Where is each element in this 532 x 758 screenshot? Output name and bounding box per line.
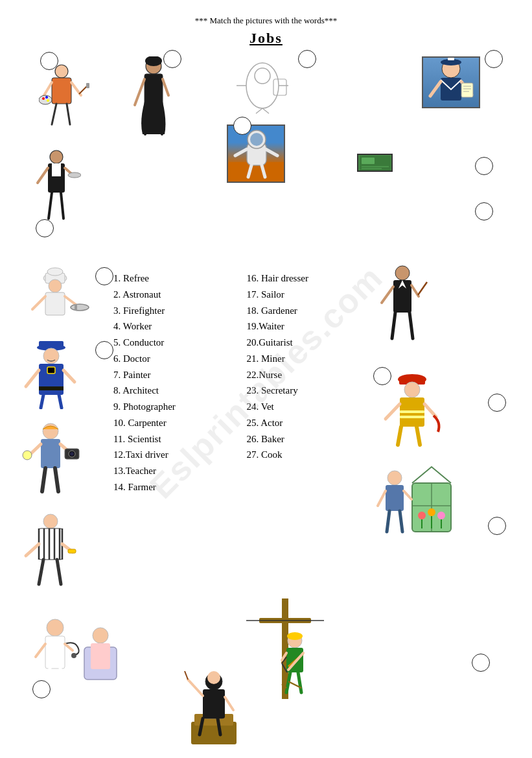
svg-line-165 <box>185 671 188 680</box>
svg-line-105 <box>392 313 395 338</box>
doctor-scene <box>32 608 123 689</box>
astronaut-moon-image <box>227 124 285 183</box>
screen-image <box>357 154 393 172</box>
svg-rect-111 <box>400 410 424 413</box>
svg-line-49 <box>235 149 247 156</box>
svg-line-155 <box>298 672 301 693</box>
svg-point-86 <box>43 514 58 528</box>
word-25: 25. Actor <box>247 415 374 431</box>
word-9: 9. Photographer <box>113 399 240 415</box>
svg-rect-87 <box>39 528 62 560</box>
svg-point-64 <box>71 304 89 311</box>
svg-line-50 <box>266 149 277 156</box>
photographer-image <box>19 421 110 502</box>
word-13: 13.Teacher <box>113 463 240 479</box>
svg-point-126 <box>387 471 402 485</box>
svg-line-106 <box>410 313 413 338</box>
svg-point-9 <box>47 99 49 102</box>
svg-point-133 <box>93 628 108 643</box>
word-19: 19.Waiter <box>247 318 374 335</box>
svg-line-4 <box>52 104 56 124</box>
word-col-left: 1. Refree 2. Astronaut 3. Firefighter 4.… <box>110 270 244 595</box>
svg-line-131 <box>400 511 402 532</box>
svg-rect-25 <box>273 79 286 95</box>
svg-line-104 <box>418 282 427 295</box>
svg-line-128 <box>378 491 386 506</box>
word-4: 4. Worker <box>113 318 240 335</box>
svg-point-80 <box>23 451 32 460</box>
word-22: 22.Nurse <box>247 367 374 383</box>
svg-line-96 <box>39 560 43 584</box>
svg-line-73 <box>64 370 75 382</box>
word-6: 6. Doctor <box>113 351 240 367</box>
svg-line-74 <box>41 395 43 408</box>
word-lists: 1. Refree 2. Astronaut 3. Firefighter 4.… <box>110 270 376 595</box>
svg-line-72 <box>26 370 39 386</box>
word-10: 10. Carpenter <box>113 415 240 431</box>
sailor-image <box>422 56 480 108</box>
word-8: 8. Architect <box>113 383 240 399</box>
top-pictures-section <box>19 53 513 261</box>
svg-rect-70 <box>47 367 55 373</box>
header-instruction: *** Match the pictures with the words*** <box>19 16 513 26</box>
circle-astro <box>298 50 316 68</box>
svg-rect-65 <box>75 304 77 311</box>
svg-line-130 <box>387 511 389 532</box>
circle-waiter-top <box>36 219 54 237</box>
svg-rect-77 <box>41 439 60 468</box>
painter-image <box>39 60 94 134</box>
svg-rect-136 <box>45 636 65 669</box>
svg-point-162 <box>207 671 220 684</box>
svg-point-135 <box>47 619 64 636</box>
svg-rect-1 <box>52 78 71 104</box>
conductor-figure <box>376 264 513 351</box>
svg-line-166 <box>225 697 233 710</box>
svg-point-137 <box>71 653 76 658</box>
referee-image <box>19 512 110 592</box>
svg-point-0 <box>55 65 68 78</box>
svg-rect-39 <box>52 163 61 176</box>
circle-sailor <box>485 50 503 68</box>
svg-point-37 <box>50 150 63 163</box>
svg-point-48 <box>250 133 263 146</box>
svg-line-85 <box>55 468 58 492</box>
svg-line-43 <box>61 193 64 219</box>
circle-conductor <box>163 50 181 68</box>
svg-rect-112 <box>400 416 424 418</box>
svg-line-15 <box>135 79 145 105</box>
svg-point-146 <box>287 632 303 640</box>
svg-point-44 <box>68 172 81 178</box>
svg-rect-71 <box>39 386 64 390</box>
word-18: 18. Gardener <box>247 303 374 319</box>
middle-section: 1. Refree 2. Astronaut 3. Firefighter 4.… <box>19 264 513 595</box>
teacher-image <box>175 657 253 750</box>
svg-line-84 <box>42 468 45 492</box>
conductor-image <box>130 56 178 143</box>
word-3: 3. Firefighter <box>113 303 240 319</box>
circle-right-2 <box>488 517 506 535</box>
word-14: 14. Farmer <box>113 479 240 495</box>
svg-point-122 <box>437 512 445 519</box>
svg-point-7 <box>42 97 45 100</box>
svg-line-94 <box>26 544 39 556</box>
svg-line-42 <box>49 193 52 219</box>
svg-rect-134 <box>91 643 110 669</box>
svg-point-121 <box>428 508 435 516</box>
svg-line-5 <box>67 104 70 124</box>
left-images-col <box>19 264 110 595</box>
circle-bottom-right <box>472 654 490 672</box>
svg-line-23 <box>256 108 262 113</box>
word-16: 16. Hair dresser <box>247 270 374 287</box>
svg-rect-11 <box>86 83 89 88</box>
svg-point-20 <box>255 68 270 84</box>
svg-line-141 <box>60 669 63 683</box>
svg-point-83 <box>70 452 74 456</box>
astronaut-drawing <box>233 56 311 117</box>
word-26: 26. Baker <box>247 431 374 447</box>
svg-line-31 <box>430 82 441 96</box>
svg-rect-29 <box>448 58 454 60</box>
word-12: 12.Taxi driver <box>113 447 240 463</box>
police-image <box>19 338 110 412</box>
circle-chef <box>95 267 113 285</box>
climber-image <box>246 598 324 705</box>
